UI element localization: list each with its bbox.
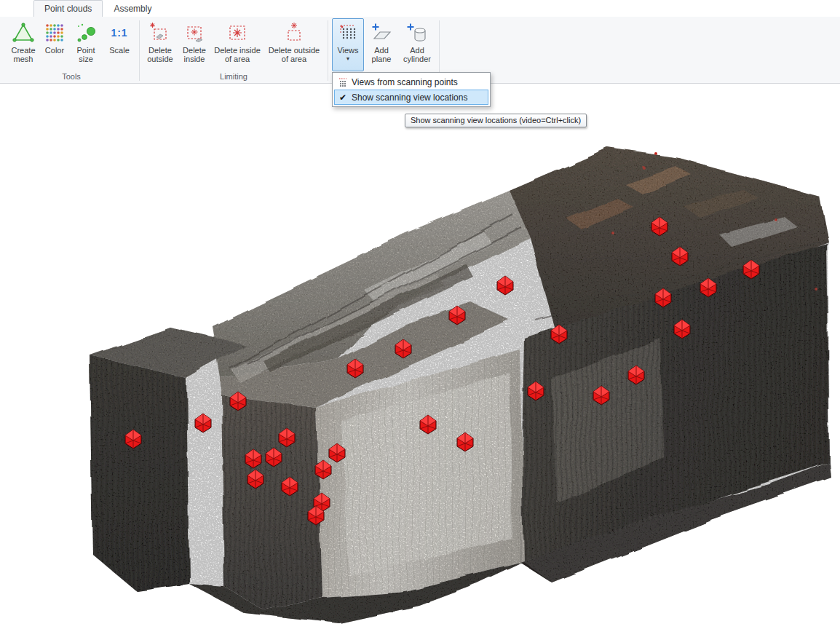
- create-mesh-label: Create mesh: [11, 46, 35, 63]
- delete-inside-label: Delete inside: [183, 46, 206, 63]
- views-dropdown-arrow-icon: ▼: [346, 56, 351, 61]
- color-button[interactable]: Color: [41, 18, 68, 71]
- app-window: Point clouds Assembly Create mesh: [0, 0, 840, 640]
- delete-outside-of-area-icon: [283, 20, 305, 45]
- point-size-label: Point size: [76, 46, 95, 63]
- point-size-button[interactable]: Point size: [70, 18, 102, 71]
- ribbon-tab-row: Point clouds Assembly: [0, 0, 840, 17]
- delete-inside-button[interactable]: Delete inside: [178, 18, 210, 71]
- delete-inside-of-area-button[interactable]: Delete inside of area: [212, 18, 263, 71]
- add-cylinder-icon: [406, 20, 428, 45]
- delete-outside-icon: [149, 20, 171, 45]
- group-separator: [328, 20, 328, 81]
- menu-item-views-from-scanning-points[interactable]: Views from scanning points: [334, 74, 488, 90]
- views-button[interactable]: Views ▼: [332, 18, 364, 71]
- add-cylinder-button[interactable]: Add cylinder: [399, 18, 435, 71]
- tab-assembly[interactable]: Assembly: [103, 0, 162, 17]
- building-point-cloud: [84, 135, 837, 630]
- views-label: Views: [337, 46, 358, 55]
- delete-inside-of-area-label: Delete inside of area: [214, 46, 261, 63]
- views-dropdown-menu: Views from scanning points ✔ Show scanni…: [332, 72, 491, 107]
- delete-outside-of-area-button[interactable]: Delete outside of area: [264, 18, 324, 71]
- ribbon-group-limiting: Delete outside Delete inside: [140, 18, 327, 83]
- delete-outside-label: Delete outside: [147, 46, 173, 63]
- add-cylinder-label: Add cylinder: [403, 46, 431, 63]
- group-label-tools: Tools: [7, 71, 135, 83]
- add-plane-button[interactable]: Add plane: [365, 18, 397, 71]
- tooltip: Show scanning view locations (video=Ctrl…: [405, 114, 587, 127]
- add-plane-icon: [371, 20, 392, 45]
- add-plane-label: Add plane: [372, 46, 392, 63]
- color-label: Color: [45, 46, 64, 55]
- delete-outside-of-area-label: Delete outside of area: [269, 46, 320, 63]
- scale-label: Scale: [109, 46, 130, 55]
- scale-icon: 1:1: [111, 20, 127, 45]
- menu-item-label: Views from scanning points: [352, 77, 458, 87]
- scanning-points-icon: [334, 77, 352, 87]
- delete-inside-icon: [183, 20, 205, 45]
- delete-inside-of-area-icon: [226, 20, 248, 45]
- delete-outside-button[interactable]: Delete outside: [143, 18, 177, 71]
- group-separator: [139, 20, 140, 81]
- point-size-icon: [75, 20, 97, 45]
- create-mesh-icon: [12, 20, 34, 45]
- views-icon: [337, 20, 359, 45]
- color-icon: [44, 20, 66, 45]
- group-label-limiting: Limiting: [143, 71, 324, 83]
- menu-item-show-scanning-view-locations[interactable]: ✔ Show scanning view locations: [334, 90, 488, 105]
- create-mesh-button[interactable]: Create mesh: [7, 18, 39, 71]
- scale-button[interactable]: 1:1 Scale: [103, 18, 135, 71]
- ribbon-group-tools: Create mesh Color: [4, 18, 138, 83]
- checkmark-icon: ✔: [334, 92, 352, 103]
- menu-item-label: Show scanning view locations: [352, 92, 467, 103]
- tab-point-clouds[interactable]: Point clouds: [33, 0, 103, 17]
